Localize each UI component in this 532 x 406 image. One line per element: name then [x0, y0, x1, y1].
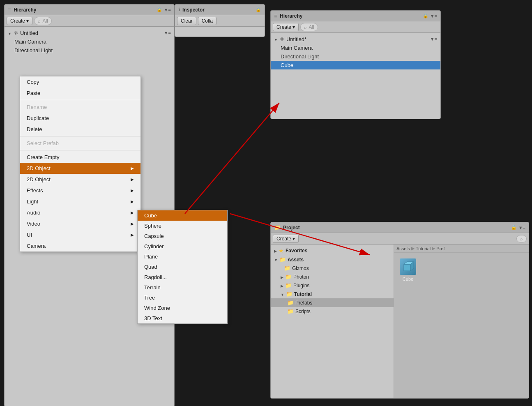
search-icon-left: ⌕ [38, 18, 41, 23]
submenu-capsule[interactable]: Capsule [138, 231, 227, 241]
expand-icon-right [274, 36, 278, 42]
main-camera-item-left[interactable]: Main Camera [5, 37, 174, 46]
hierarchy-title-right: Hierarchy [280, 13, 302, 19]
scripts-item[interactable]: 📁 Scripts [271, 307, 394, 316]
hamburger-icon-right: ≡ [274, 13, 277, 19]
photon-item[interactable]: 📁 Photon [271, 272, 394, 281]
hierarchy-title-left: Hierarchy [14, 7, 36, 13]
submenu-arrow-2d: ▶ [131, 177, 134, 182]
plugins-expand [281, 283, 283, 288]
copy-menu-item[interactable]: Copy [20, 76, 140, 88]
star-icon: ★ [279, 247, 284, 254]
svg-line-4 [185, 103, 279, 214]
submenu-terrain[interactable]: Terrain [138, 282, 227, 293]
search-box-right[interactable]: ⌕ All [300, 23, 318, 31]
search-box-left[interactable]: ⌕ All [34, 17, 51, 25]
submenu-tree[interactable]: Tree [138, 293, 227, 303]
audio-menu-item[interactable]: Audio ▶ [20, 207, 140, 218]
plugins-item[interactable]: 📁 Plugins [271, 281, 394, 290]
tutorial-item[interactable]: 📁 Tutorial [271, 290, 394, 298]
duplicate-menu-item[interactable]: Duplicate [20, 113, 140, 124]
submenu-arrow-video: ▶ [131, 221, 134, 226]
submenu-cube[interactable]: Cube [138, 210, 227, 221]
hierarchy-header-right: ≡ Hierarchy 🔒 ▼= [271, 11, 440, 21]
scene-menu-icon: ▼= [164, 30, 171, 35]
cube-item-right[interactable]: Cube [271, 61, 440, 69]
collapse-button[interactable]: Colla [198, 17, 216, 25]
submenu-3d-object: Cube Sphere Capsule Cylinder Plane Quad … [137, 210, 228, 324]
panel-icons-right: 🔒 ▼= [157, 7, 171, 12]
video-menu-item[interactable]: Video ▶ [20, 218, 140, 229]
assets-item[interactable]: 📁 Assets [271, 255, 394, 264]
inspector-header: ℹ Inspector 🔒 [175, 5, 265, 15]
prefabs-item[interactable]: 📁 Prefabs [271, 298, 394, 307]
project-toolbar: Create ▾ ⌕ [271, 233, 529, 245]
hierarchy-tree-right: ⚛ Untitled* ▼= Main Camera Directional L… [271, 33, 440, 71]
inspector-panel-partial: ℹ Inspector 🔒 Clear Colla [175, 4, 265, 37]
paste-menu-item[interactable]: Paste [20, 88, 140, 99]
project-main-area: Assets ▶ Tutorial ▶ Pref Cube [394, 245, 529, 398]
cube-asset-item[interactable]: Cube [397, 256, 419, 284]
object-3d-menu-item[interactable]: 3D Object ▶ [20, 163, 140, 174]
search-box-project[interactable]: ⌕ [516, 235, 527, 242]
inspector-toolbar: Clear Colla [175, 15, 265, 27]
ui-menu-item[interactable]: UI ▶ [20, 229, 140, 240]
submenu-quad[interactable]: Quad [138, 262, 227, 272]
submenu-ragdoll[interactable]: Ragdoll... [138, 272, 227, 282]
project-assets-area: Cube [394, 253, 529, 398]
favorites-expand [274, 248, 277, 254]
hierarchy-toolbar-right: Create ▾ ⌕ All [271, 21, 440, 33]
project-panel: 📁 Project 🔒 ▼= Create ▾ ⌕ ★ Favorites 📁 [270, 222, 529, 399]
submenu-arrow-light: ▶ [131, 199, 134, 204]
settings-icon-right: ▼= [430, 14, 437, 18]
lock-icon: 🔒 [157, 7, 162, 12]
unity-logo: ⚛ [13, 30, 18, 36]
scene-menu-icon-right: ▼= [430, 37, 437, 42]
hierarchy-tree-left: ⚛ Untitled ▼= Main Camera Directional Li… [5, 27, 174, 56]
submenu-wind-zone[interactable]: Wind Zone [138, 303, 227, 313]
object-2d-menu-item[interactable]: 2D Object ▶ [20, 174, 140, 185]
delete-menu-item[interactable]: Delete [20, 124, 140, 135]
clear-button[interactable]: Clear [177, 17, 196, 25]
unity-logo-right: ⚛ [279, 36, 285, 42]
inspector-lock-icon: 🔒 [256, 7, 261, 12]
assets-expand [274, 257, 278, 263]
search-icon-right: ⌕ [304, 25, 307, 30]
submenu-cylinder[interactable]: Cylinder [138, 241, 227, 251]
lock-icon-project: 🔒 [511, 225, 517, 230]
effects-menu-item[interactable]: Effects ▶ [20, 185, 140, 196]
light-menu-item[interactable]: Light ▶ [20, 196, 140, 207]
submenu-sphere[interactable]: Sphere [138, 221, 227, 231]
cube-svg [402, 261, 414, 272]
photon-expand [281, 274, 283, 280]
submenu-arrow-ui: ▶ [131, 233, 134, 237]
favorites-item[interactable]: ★ Favorites [271, 246, 394, 255]
directional-light-item-left[interactable]: Directional Light [5, 46, 174, 55]
search-icon-project: ⌕ [520, 236, 523, 241]
svg-rect-0 [404, 264, 410, 271]
inspector-title: Inspector [182, 7, 205, 13]
submenu-plane[interactable]: Plane [138, 251, 227, 262]
submenu-arrow-effects: ▶ [131, 188, 134, 193]
cube-asset-label: Cube [403, 277, 413, 281]
photon-folder-icon: 📁 [285, 274, 292, 280]
create-button-project[interactable]: Create ▾ [273, 235, 299, 243]
scene-root-left[interactable]: ⚛ Untitled ▼= [5, 28, 174, 37]
settings-icon-project: ▼= [518, 225, 525, 230]
gizmos-item[interactable]: 📁 Gizmos [271, 264, 394, 272]
directional-light-item-right[interactable]: Directional Light [271, 52, 440, 61]
create-button-left[interactable]: Create ▾ [7, 17, 32, 25]
main-camera-item-right[interactable]: Main Camera [271, 44, 440, 52]
hierarchy-header-left: ≡ Hierarchy 🔒 ▼= [5, 5, 174, 15]
hierarchy-panel-right: ≡ Hierarchy 🔒 ▼= Create ▾ ⌕ All ⚛ Untitl… [270, 10, 441, 119]
settings-icon: ▼= [164, 7, 171, 12]
breadcrumb: Assets ▶ Tutorial ▶ Pref [394, 245, 529, 253]
gizmos-folder-icon: 📁 [284, 265, 290, 271]
camera-menu-item[interactable]: Camera [20, 240, 140, 251]
scene-root-right[interactable]: ⚛ Untitled* ▼= [271, 35, 440, 44]
menu-divider-2 [20, 136, 140, 136]
submenu-3d-text[interactable]: 3D Text [138, 313, 227, 323]
create-button-right[interactable]: Create ▾ [273, 23, 299, 31]
create-empty-menu-item[interactable]: Create Empty [20, 152, 140, 163]
submenu-arrow-3d: ▶ [131, 166, 134, 171]
